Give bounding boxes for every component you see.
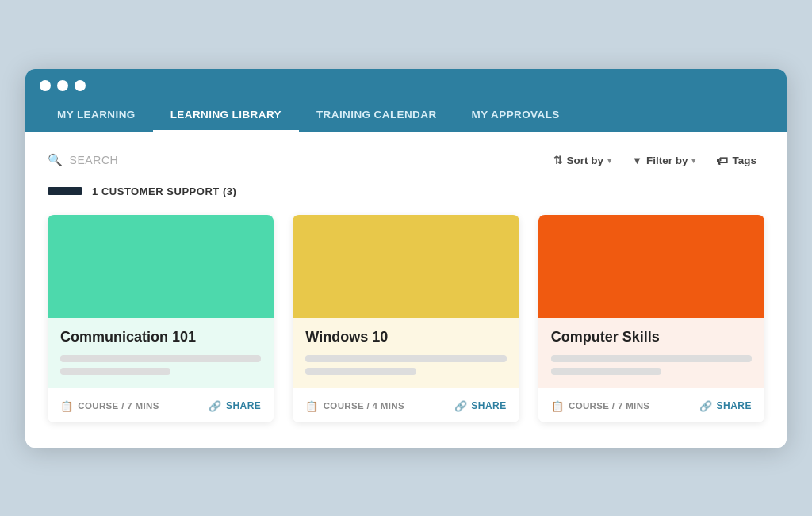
search-bar[interactable]: 🔍 SEARCH — [48, 153, 118, 167]
share-icon-3: 🔗 — [699, 400, 712, 412]
tag-icon: 🏷 — [716, 154, 728, 167]
card-2-body: Windows 10 — [293, 318, 519, 388]
filter-label: Filter by — [646, 155, 688, 166]
tab-my-approvals[interactable]: MY APPROVALS — [454, 101, 577, 132]
section-bar — [48, 187, 82, 195]
card-3-footer: 📋 COURSE / 7 MINS 🔗 SHARE — [538, 392, 764, 422]
card-2-meta-text: COURSE / 4 MINS — [324, 401, 404, 411]
card-2-desc-line-2 — [305, 368, 416, 375]
filter-by-button[interactable]: ▼ Filter by ▾ — [624, 151, 703, 170]
card-2-footer: 📋 COURSE / 4 MINS 🔗 SHARE — [293, 392, 519, 422]
card-1-share-label: SHARE — [226, 400, 261, 411]
card-3-desc-line-2 — [551, 368, 661, 375]
nav-tabs: MY LEARNING LEARNING LIBRARY TRAINING CA… — [40, 101, 772, 132]
section-title: 1 CUSTOMER SUPPORT (3) — [92, 185, 236, 197]
share-icon-1: 🔗 — [209, 400, 221, 412]
card-1-title: Communication 101 — [60, 329, 261, 346]
minimize-button[interactable] — [57, 80, 68, 91]
tab-learning-library[interactable]: LEARNING LIBRARY — [153, 101, 299, 132]
card-3-meta-text: COURSE / 7 MINS — [569, 401, 649, 411]
card-communication-101: Communication 101 📋 COURSE / 7 MINS 🔗 SH… — [48, 215, 274, 422]
card-1-body: Communication 101 — [48, 318, 274, 388]
sort-icon: ⇅ — [553, 154, 563, 166]
card-2-share-button[interactable]: 🔗 SHARE — [454, 400, 507, 412]
card-3-body: Computer Skills — [538, 318, 764, 388]
card-3-thumbnail — [538, 215, 764, 318]
card-1-meta: 📋 COURSE / 7 MINS — [60, 400, 159, 412]
card-2-desc-line-1 — [305, 355, 506, 362]
card-3-title: Computer Skills — [551, 329, 752, 346]
card-1-meta-text: COURSE / 7 MINS — [78, 401, 159, 411]
cards-grid: Communication 101 📋 COURSE / 7 MINS 🔗 SH… — [48, 215, 764, 422]
tags-button[interactable]: 🏷 Tags — [708, 150, 764, 171]
card-3-desc-line-1 — [551, 355, 752, 362]
card-1-share-button[interactable]: 🔗 SHARE — [209, 400, 261, 412]
toolbar: 🔍 SEARCH ⇅ Sort by ▾ ▼ Filter by ▾ 🏷 Tag… — [48, 150, 764, 171]
card-1-thumbnail — [48, 215, 274, 318]
filter-icon: ▼ — [632, 155, 642, 166]
tab-my-learning[interactable]: MY LEARNING — [40, 101, 153, 132]
card-1-footer: 📋 COURSE / 7 MINS 🔗 SHARE — [48, 392, 274, 422]
course-icon-1: 📋 — [60, 400, 73, 412]
search-icon: 🔍 — [48, 153, 63, 167]
card-3-share-button[interactable]: 🔗 SHARE — [699, 400, 752, 412]
sort-chevron-icon: ▾ — [607, 156, 611, 165]
card-2-share-label: SHARE — [471, 400, 506, 411]
section-header: 1 CUSTOMER SUPPORT (3) — [48, 185, 764, 197]
card-3-meta: 📋 COURSE / 7 MINS — [551, 400, 650, 412]
course-icon-2: 📋 — [305, 400, 318, 412]
search-placeholder: SEARCH — [70, 154, 119, 166]
filter-chevron-icon: ▾ — [691, 156, 695, 165]
toolbar-right: ⇅ Sort by ▾ ▼ Filter by ▾ 🏷 Tags — [546, 150, 764, 171]
window-controls — [40, 80, 772, 91]
card-1-desc-line-2 — [60, 368, 170, 375]
tags-label: Tags — [732, 155, 756, 166]
sort-by-button[interactable]: ⇅ Sort by ▾ — [546, 150, 620, 170]
titlebar: MY LEARNING LEARNING LIBRARY TRAINING CA… — [25, 69, 787, 132]
card-3-share-label: SHARE — [717, 400, 752, 411]
close-button[interactable] — [40, 80, 51, 91]
sort-label: Sort by — [567, 155, 604, 166]
card-2-thumbnail — [293, 215, 519, 318]
card-2-meta: 📋 COURSE / 4 MINS — [305, 400, 404, 412]
content-area: 🔍 SEARCH ⇅ Sort by ▾ ▼ Filter by ▾ 🏷 Tag… — [25, 132, 787, 448]
tab-training-calendar[interactable]: TRAINING CALENDAR — [299, 101, 454, 132]
app-window: MY LEARNING LEARNING LIBRARY TRAINING CA… — [25, 69, 787, 448]
share-icon-2: 🔗 — [454, 400, 467, 412]
card-2-title: Windows 10 — [305, 329, 506, 346]
maximize-button[interactable] — [75, 80, 86, 91]
card-1-desc-line-1 — [60, 355, 261, 362]
card-computer-skills: Computer Skills 📋 COURSE / 7 MINS 🔗 SHAR… — [538, 215, 764, 422]
course-icon-3: 📋 — [551, 400, 564, 412]
card-windows-10: Windows 10 📋 COURSE / 4 MINS 🔗 SHARE — [293, 215, 519, 422]
